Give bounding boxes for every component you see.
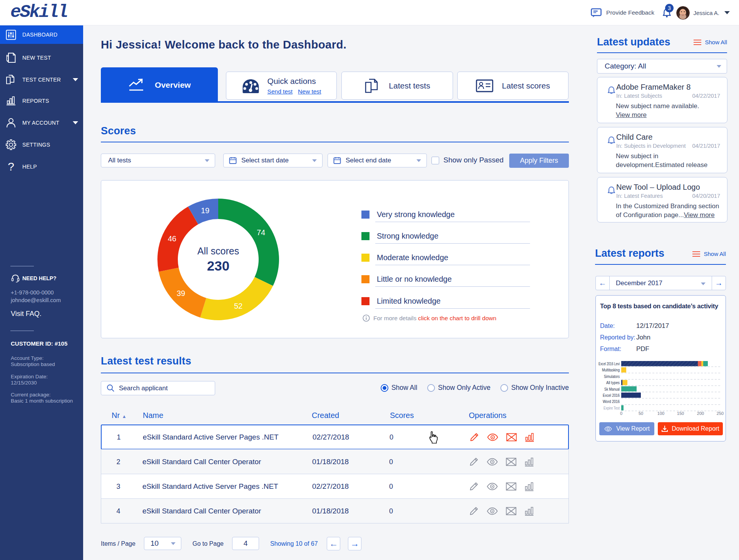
svg-text:Expire Test: Expire Test [604,406,620,410]
svg-text:Excel 2016: Excel 2016 [603,393,620,398]
svg-text:150: 150 [677,411,684,416]
svg-text:200: 200 [697,411,704,416]
svg-text:Simulators: Simulators [604,374,620,379]
svg-text:Word 2016: Word 2016 [603,399,620,404]
svg-text:All types: All types [606,380,620,385]
svg-text:39: 39 [177,289,185,298]
svg-text:46: 46 [168,234,176,243]
svg-text:50: 50 [639,411,643,416]
svg-text:All scores: All scores [197,246,239,256]
svg-text:19: 19 [201,206,209,215]
svg-text:Sk Manual: Sk Manual [604,387,620,391]
svg-text:74: 74 [257,228,265,237]
svg-text:Excel 2016 Levi: Excel 2016 Levi [599,361,620,366]
svg-text:Multitasking: Multitasking [602,368,620,372]
svg-text:230: 230 [207,258,229,273]
svg-text:100: 100 [657,411,664,416]
svg-text:0: 0 [620,411,622,416]
svg-text:250: 250 [717,411,724,416]
svg-text:52: 52 [234,302,242,310]
